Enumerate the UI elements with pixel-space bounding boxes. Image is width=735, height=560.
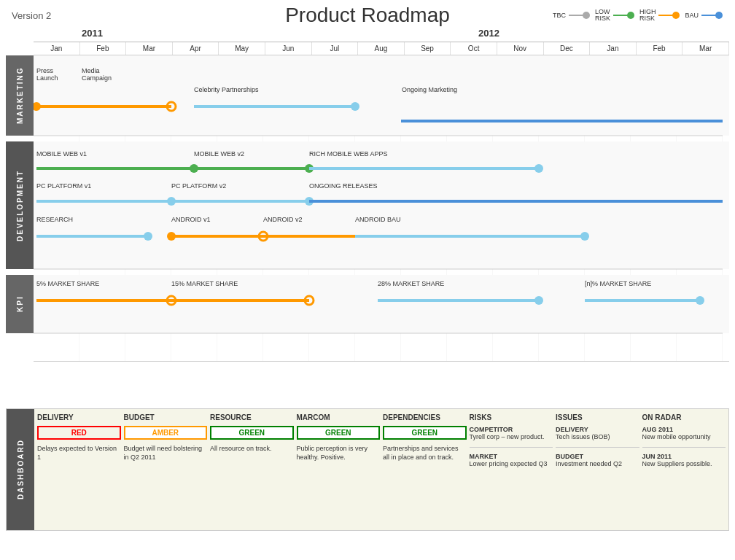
dash-marcom-title: MARCOM: [297, 413, 381, 421]
legend-bau-label: BAU: [685, 12, 699, 19]
dash-radar-aug-text: New mobile opportunity: [642, 433, 726, 442]
page: Version 2 Product Roadmap TBC LOWRISK HI…: [0, 0, 735, 560]
svg-text:ONGOING RELEASES: ONGOING RELEASES: [309, 182, 378, 190]
svg-text:Campaign: Campaign: [82, 74, 112, 82]
dash-col-risks: RISKS COMPETITOR Tyrell corp – new produ…: [470, 413, 553, 526]
dash-radar-aug-title: AUG 2011: [642, 426, 726, 433]
dash-risks-market: MARKET Lower pricing expected Q3: [470, 453, 553, 469]
dashboard-content: DELIVERY RED Delays expected to Version …: [34, 409, 728, 530]
svg-point-57: [580, 232, 589, 241]
svg-point-5: [672, 12, 680, 19]
dash-issues-title: ISSUES: [556, 413, 639, 421]
month-feb-2: Feb: [637, 42, 683, 55]
dash-delivery-title: DELIVERY: [37, 413, 121, 421]
dash-issues-divider: [556, 447, 639, 448]
row-label-spacer: [6, 28, 34, 55]
month-nov-1: Nov: [497, 42, 544, 55]
month-jul-1: Jul: [312, 42, 359, 55]
dash-delivery-text: Delays expected to Version 1: [37, 445, 121, 462]
legend-tbc: TBC: [553, 11, 591, 20]
month-sep-1: Sep: [405, 42, 451, 55]
dash-risks-competitor-title: COMPETITOR: [470, 426, 553, 433]
dash-issues-budget-text: Investment needed Q2: [556, 460, 639, 469]
svg-text:Ongoing Marketing: Ongoing Marketing: [402, 86, 457, 93]
svg-point-26: [351, 102, 359, 111]
svg-text:PC PLATFORM v2: PC PLATFORM v2: [171, 182, 226, 190]
dash-dependencies-title: DEPENDENCIES: [383, 413, 467, 421]
legend-low-risk: LOWRISK: [595, 9, 635, 22]
legend-high-risk-label: HIGHRISK: [639, 9, 656, 22]
dash-resource-badge: GREEN: [210, 426, 294, 440]
month-header: Jan Feb Mar Apr May Jun Jul Aug Sep Oct …: [34, 42, 729, 55]
version-label: Version 2: [12, 10, 51, 21]
dash-radar-divider: [642, 447, 726, 448]
row-label-development: DEVELOPMENT: [6, 141, 34, 269]
dash-delivery-badge: RED: [37, 426, 121, 440]
dash-risks-title: RISKS: [470, 413, 553, 421]
dash-risks-market-title: MARKET: [470, 453, 553, 460]
dashboard: DASHBOARD DELIVERY RED Delays expected t…: [6, 408, 729, 531]
svg-text:RESEARCH: RESEARCH: [36, 216, 73, 223]
month-oct-1: Oct: [451, 42, 497, 55]
dash-radar-jun-text: New Suppliers possible.: [642, 460, 726, 469]
month-mar-1: Mar: [126, 42, 173, 55]
legend-bau-line: [701, 11, 723, 20]
month-aug-1: Aug: [358, 42, 405, 55]
svg-text:MOBILE WEB v2: MOBILE WEB v2: [194, 150, 244, 158]
month-mar-2: Mar: [682, 42, 729, 55]
page-title: Product Roadmap: [285, 4, 450, 27]
month-jan-1: Jan: [34, 42, 80, 55]
svg-point-66: [534, 296, 543, 305]
svg-text:Celebrity Partnerships: Celebrity Partnerships: [194, 86, 259, 93]
dash-radar-jun: JUN 2011 New Suppliers possible.: [642, 453, 726, 469]
dash-dependencies-badge: GREEN: [383, 426, 467, 440]
timeline-grid: 2011 2012 Jan Feb Mar Apr May Jun Jul Au…: [34, 28, 729, 407]
row-label-kpi: KPI: [6, 275, 34, 333]
dash-marcom-badge: GREEN: [297, 426, 381, 440]
dash-budget-badge: AMBER: [124, 426, 208, 440]
dash-issues-delivery-text: Tech issues (BOB): [556, 433, 639, 442]
dash-radar-jun-title: JUN 2011: [642, 453, 726, 460]
svg-point-7: [715, 12, 723, 19]
svg-text:Press: Press: [36, 67, 54, 74]
year-2011: 2011: [82, 28, 103, 39]
svg-text:RICH MOBILE WEB APPS: RICH MOBILE WEB APPS: [309, 150, 388, 158]
svg-text:[n]% MARKET  SHARE: [n]% MARKET SHARE: [585, 280, 651, 287]
svg-point-37: [534, 164, 543, 173]
dash-col-budget: BUDGET AMBER Budget will need bolstering…: [124, 413, 208, 526]
dash-issues-delivery-title: DELIVERY: [556, 426, 639, 433]
month-dec-1: Dec: [544, 42, 591, 55]
month-jan-2: Jan: [590, 42, 637, 55]
svg-text:ANDROID v1: ANDROID v1: [171, 216, 211, 223]
row-labels: MARKETING DEVELOPMENT KPI: [6, 28, 34, 407]
dash-dependencies-text: Partnerships and services all in place a…: [383, 445, 467, 462]
timeline-svg: Press Launch Media Campaign Celebrity Pa…: [34, 55, 729, 362]
dash-radar-aug: AUG 2011 New mobile opportunity: [642, 426, 726, 442]
svg-rect-10: [34, 55, 729, 136]
legend: TBC LOWRISK HIGHRISK: [553, 9, 723, 22]
svg-point-48: [144, 232, 152, 241]
dash-col-dependencies: DEPENDENCIES GREEN Partnerships and serv…: [383, 413, 467, 526]
dash-resource-title: RESOURCE: [210, 413, 294, 421]
dash-budget-text: Budget will need bolstering in Q2 2011: [124, 445, 208, 462]
svg-text:28% MARKET  SHARE: 28% MARKET SHARE: [378, 280, 444, 287]
year-header: 2011 2012: [34, 28, 729, 42]
dash-col-issues: ISSUES DELIVERY Tech issues (BOB) BUDGET…: [556, 413, 639, 526]
dash-marcom-text: Public perception is very healthy. Posit…: [297, 445, 381, 462]
svg-text:PC PLATFORM  v1: PC PLATFORM v1: [36, 182, 91, 190]
header: Version 2 Product Roadmap TBC LOWRISK HI…: [6, 6, 729, 25]
legend-tbc-label: TBC: [553, 12, 566, 19]
svg-text:Launch: Launch: [36, 74, 58, 82]
dash-issues-budget: BUDGET Investment needed Q2: [556, 453, 639, 469]
dash-issues-delivery: DELIVERY Tech issues (BOB): [556, 426, 639, 442]
dash-col-resource: RESOURCE GREEN All resource on track.: [210, 413, 294, 526]
legend-low-risk-label: LOWRISK: [595, 9, 610, 22]
dash-issues-budget-title: BUDGET: [556, 453, 639, 460]
legend-low-risk-line: [613, 11, 635, 20]
row-gap-1: [6, 136, 34, 141]
dash-col-delivery: DELIVERY RED Delays expected to Version …: [37, 413, 121, 526]
timeline-wrapper: MARKETING DEVELOPMENT KPI 2011 2012 Jan …: [6, 28, 729, 407]
dash-col-marcom: MARCOM GREEN Public perception is very h…: [297, 413, 381, 526]
legend-high-risk-line: [658, 11, 680, 20]
svg-text:5% MARKET  SHARE: 5% MARKET SHARE: [36, 280, 99, 287]
